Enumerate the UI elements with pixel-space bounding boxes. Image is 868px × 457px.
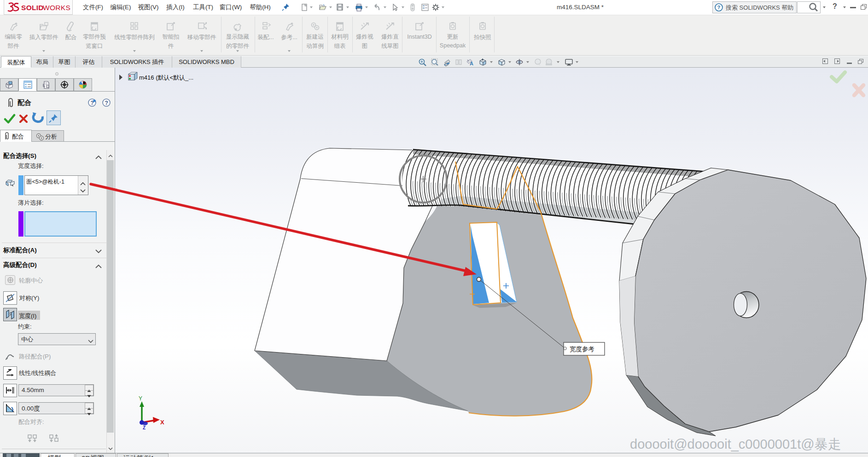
svg-text:m416 (默认<默认_...: m416 (默认<默认_... [139,74,193,81]
svg-text:宽度参考: 宽度参考 [570,346,594,353]
svg-text:Y: Y [139,395,142,402]
svg-text:Z: Z [143,425,146,430]
svg-text:dooooit@dooooit_c0000001t@暴走: dooooit@dooooit_c0000001t@暴走 [630,437,841,451]
svg-text:X: X [160,419,164,426]
